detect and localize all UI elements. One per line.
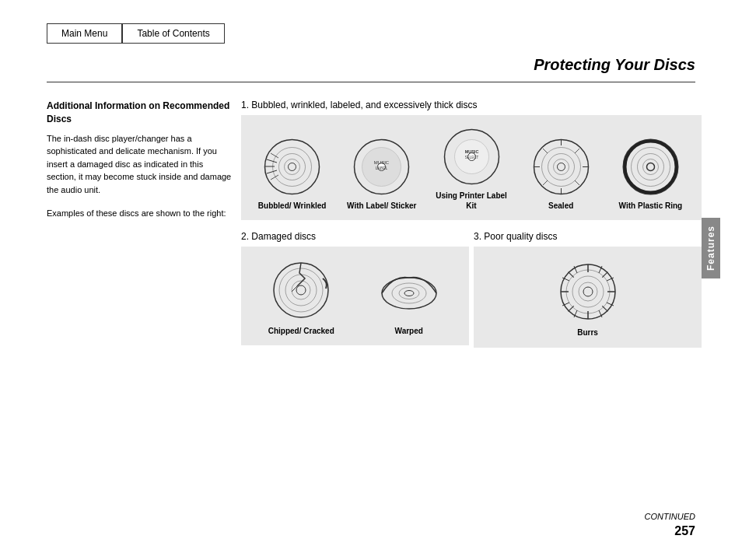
section3-discs: Burrs — [557, 261, 619, 338]
svg-line-60 — [568, 271, 573, 277]
svg-point-3 — [279, 154, 306, 180]
disc-item-warped: Warped — [359, 259, 460, 336]
section2-label: 2. Damaged discs — [241, 231, 469, 242]
disc-chipped-icon — [270, 259, 332, 321]
toc-button[interactable]: Table of Contents — [122, 23, 224, 44]
section1-box: Bubbled/ Wrinkled MUSIC LABEL With Label… — [241, 115, 702, 220]
svg-point-22 — [534, 140, 588, 194]
continued-text: CONTINUED — [645, 512, 695, 521]
svg-point-54 — [572, 276, 604, 307]
disc-sealed-icon — [532, 138, 590, 196]
disc-printer-label: Using Printer Label Kit — [429, 191, 513, 211]
disc-bubbled-icon — [263, 138, 321, 196]
disc-warped-icon — [378, 259, 440, 321]
disc-chipped-label: Chipped/ Cracked — [268, 326, 334, 336]
section2-box: Chipped/ Cracked — [241, 247, 469, 345]
disc-item-bubbled: Bubbled/ Wrinkled — [250, 138, 334, 211]
svg-line-61 — [602, 306, 607, 311]
svg-line-63 — [568, 306, 573, 311]
disc-burrs-label: Burrs — [577, 327, 598, 338]
svg-point-38 — [637, 154, 663, 180]
svg-line-31 — [543, 149, 548, 153]
svg-point-49 — [399, 288, 419, 299]
page-number: 257 — [674, 524, 695, 538]
svg-point-44 — [285, 275, 317, 306]
section3-panel: 3. Poor quality discs — [474, 231, 702, 359]
disc-bubbled-label: Bubbled/ Wrinkled — [258, 201, 327, 211]
svg-point-36 — [646, 163, 654, 171]
section1-discs: Bubbled/ Wrinkled MUSIC LABEL With Label… — [250, 128, 692, 211]
disc-label-label: With Label/ Sticker — [347, 201, 416, 211]
svg-point-53 — [579, 282, 597, 301]
disc-printer-icon: MUSIC SELECT — [443, 128, 501, 186]
svg-point-23 — [557, 163, 565, 171]
svg-point-1 — [289, 163, 296, 171]
disc-item-chipped: Chipped/ Cracked — [250, 259, 352, 336]
disc-sealed-label: Sealed — [548, 201, 573, 211]
disc-item-sealed: Sealed — [520, 138, 603, 211]
main-menu-button[interactable]: Main Menu — [47, 23, 122, 44]
section-body1: The in-dash disc player/changer has a so… — [47, 132, 233, 197]
disc-plastic-ring-label: With Plastic Ring — [619, 201, 683, 211]
disc-item-label: MUSIC LABEL With Label/ Sticker — [340, 138, 423, 211]
svg-line-62 — [602, 271, 607, 277]
svg-line-7 — [267, 170, 277, 173]
disc-item-plastic-ring: With Plastic Ring — [609, 138, 692, 211]
section-title: Additional Information on Recommended Di… — [47, 100, 233, 126]
svg-point-37 — [642, 159, 658, 175]
section3-box: Burrs — [474, 247, 702, 348]
disc-burrs-icon — [557, 261, 619, 323]
disc-item-burrs: Burrs — [557, 261, 619, 338]
title-divider — [47, 82, 695, 82]
svg-text:MUSIC: MUSIC — [464, 149, 478, 154]
svg-text:LABEL: LABEL — [376, 166, 388, 170]
svg-point-48 — [404, 291, 414, 296]
nav-buttons: Main Menu Table of Contents — [47, 23, 225, 44]
svg-point-25 — [548, 154, 574, 180]
svg-point-42 — [296, 285, 306, 295]
svg-line-33 — [575, 149, 579, 153]
section-body2: Examples of these discs are shown to the… — [47, 207, 233, 220]
svg-point-52 — [583, 287, 593, 296]
svg-text:SELECT: SELECT — [464, 156, 478, 159]
svg-point-4 — [273, 148, 312, 187]
section1-label: 1. Bubbled, wrinkled, labeled, and exces… — [241, 100, 702, 110]
right-column: 1. Bubbled, wrinkled, labeled, and exces… — [241, 100, 702, 359]
svg-line-5 — [267, 159, 277, 163]
disc-item-printer: MUSIC SELECT Using Printer Label Kit — [429, 128, 513, 211]
svg-point-40 — [625, 142, 676, 193]
section2-panel: 2. Damaged discs — [241, 231, 469, 359]
svg-text:MUSIC: MUSIC — [374, 160, 390, 165]
svg-line-32 — [575, 180, 579, 185]
features-sidebar-label: Features — [702, 218, 720, 278]
bottom-row: 2. Damaged discs — [241, 231, 702, 359]
svg-point-41 — [274, 263, 328, 317]
disc-label-icon: MUSIC LABEL — [352, 138, 411, 196]
svg-point-47 — [382, 278, 436, 309]
page-title: Protecting Your Discs — [534, 56, 695, 74]
page: Main Menu Table of Contents Protecting Y… — [0, 0, 742, 560]
svg-point-50 — [392, 283, 426, 303]
section2-discs: Chipped/ Cracked — [250, 259, 460, 336]
disc-warped-label: Warped — [395, 326, 423, 336]
disc-plastic-ring-icon — [621, 138, 680, 196]
left-column: Additional Information on Recommended Di… — [47, 100, 233, 231]
svg-line-34 — [543, 180, 548, 185]
svg-point-2 — [285, 159, 300, 175]
svg-point-43 — [292, 281, 310, 299]
svg-point-24 — [553, 159, 569, 175]
svg-point-39 — [631, 148, 670, 187]
section3-label: 3. Poor quality discs — [474, 231, 702, 242]
